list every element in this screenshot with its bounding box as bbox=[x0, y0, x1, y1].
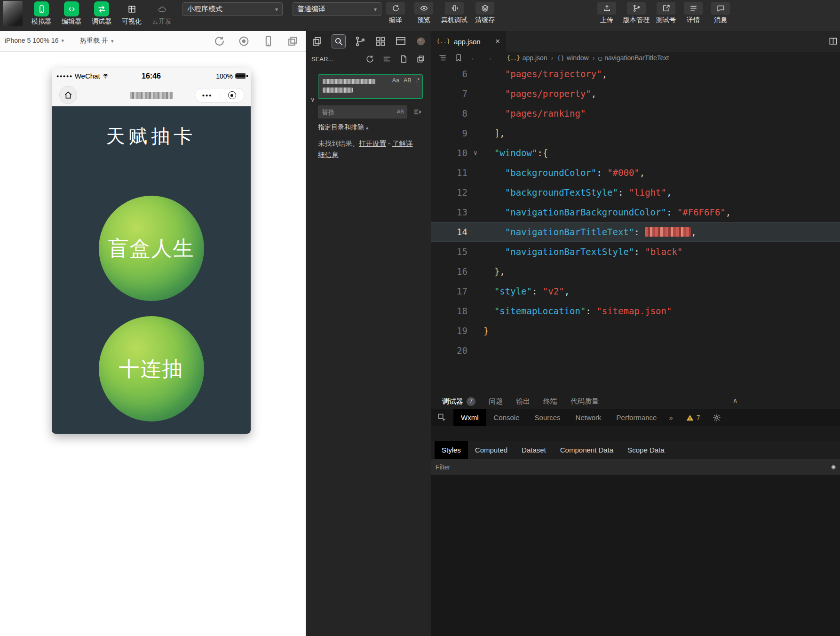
gacha-button-ten-pull[interactable]: 十连抽 bbox=[99, 316, 204, 421]
code-line[interactable]: 14 "navigationBarTitleText": , bbox=[431, 222, 840, 242]
close-icon[interactable]: × bbox=[495, 37, 500, 46]
fold-icon[interactable]: ∨ bbox=[468, 143, 483, 163]
files-icon[interactable] bbox=[311, 36, 323, 47]
gear-icon[interactable] bbox=[713, 413, 721, 422]
compile-mode-dropdown[interactable]: 普通编译 ▾ bbox=[293, 2, 381, 16]
tab-app-json[interactable]: {..} app.json × bbox=[431, 31, 506, 52]
search-input[interactable]: Aa AB .* bbox=[318, 74, 423, 99]
split-editor-icon[interactable] bbox=[829, 37, 838, 46]
device-selector[interactable]: iPhone 5 100% 16 ▾ bbox=[5, 37, 64, 44]
more-tabs-icon[interactable]: » bbox=[669, 413, 673, 421]
simulator-toolbar: iPhone 5 100% 16 ▾ 热重载 开 ▾ bbox=[0, 31, 306, 52]
open-settings-link[interactable]: 打开设置 bbox=[359, 140, 386, 147]
replace-input[interactable]: 替换 AB bbox=[318, 105, 407, 119]
preserve-case-icon[interactable]: AB bbox=[397, 109, 404, 114]
toggle-replace-chevron[interactable]: ∨ bbox=[310, 96, 315, 103]
home-button[interactable] bbox=[59, 86, 77, 104]
phone-status-bar: ●●●●● WeChat 16:46 100% bbox=[52, 68, 251, 84]
styles-tab-component-data[interactable]: Component Data bbox=[553, 441, 620, 459]
hot-reload-toggle[interactable]: 热重载 开 ▾ bbox=[80, 37, 113, 45]
code-line[interactable]: 19} bbox=[431, 321, 840, 341]
gacha-button-blind-box[interactable]: 盲盒人生 bbox=[99, 196, 204, 301]
toolbar-button-compile[interactable]: 编译 bbox=[385, 2, 406, 24]
breadcrumb-item[interactable]: ▢navigationBarTitleText bbox=[598, 54, 669, 62]
more-menu-button[interactable]: ••• bbox=[195, 88, 220, 103]
sphere-icon[interactable] bbox=[415, 36, 427, 47]
debugger-tab-代码质量[interactable]: 代码质量 bbox=[571, 397, 599, 406]
styles-tab-dataset[interactable]: Dataset bbox=[515, 441, 553, 459]
toolbar-button-upload[interactable]: 上传 bbox=[596, 2, 618, 24]
refresh-icon[interactable] bbox=[365, 55, 374, 64]
toolbar-button-simulator[interactable]: 模拟器 bbox=[26, 1, 56, 26]
code-line[interactable]: 13 "navigationBarBackgroundColor": "#F6F… bbox=[431, 202, 840, 222]
code-line[interactable]: 11 "backgroundColor": "#000", bbox=[431, 163, 840, 183]
toolbar-button-details[interactable]: 详情 bbox=[682, 2, 704, 24]
code-line[interactable]: 16 }, bbox=[431, 262, 840, 281]
rotate-icon[interactable] bbox=[214, 35, 225, 47]
debugger-tab-问题[interactable]: 问题 bbox=[489, 397, 503, 406]
styles-tab-scope-data[interactable]: Scope Data bbox=[620, 441, 671, 459]
code-line[interactable]: 10∨ "window":{ bbox=[431, 143, 840, 163]
collapse-panel-icon[interactable]: ∧ bbox=[733, 397, 737, 404]
mode-dropdown[interactable]: 小程序模式 ▾ bbox=[182, 2, 283, 16]
outline-icon[interactable] bbox=[438, 54, 447, 62]
toolbar-button-visualization[interactable]: 可视化 bbox=[117, 1, 147, 26]
multi-window-icon[interactable] bbox=[287, 35, 299, 47]
toolbar-button-clear-cache[interactable]: 清缓存 bbox=[474, 2, 496, 24]
devtools-tab-console[interactable]: Console bbox=[486, 409, 527, 426]
styles-tab-computed[interactable]: Computed bbox=[468, 441, 515, 459]
toolbar-button-editor[interactable]: 编辑器 bbox=[56, 1, 87, 26]
search-icon[interactable] bbox=[332, 34, 346, 48]
code-line[interactable]: 15 "navigationBarTextStyle": "black" bbox=[431, 242, 840, 262]
files-include-exclude-toggle[interactable]: 指定目录和排除▴ bbox=[318, 123, 369, 132]
toolbar-button-version-control[interactable]: 版本管理 bbox=[623, 2, 650, 24]
code-editor[interactable]: 6 "pages/trajectory",7 "pages/property",… bbox=[431, 64, 840, 360]
forward-icon[interactable]: → bbox=[485, 54, 493, 62]
toolbar-button-debugger[interactable]: 调试器 bbox=[87, 1, 117, 26]
code-line[interactable]: 12 "backgroundTextStyle": "light", bbox=[431, 183, 840, 202]
devtools-tab-sources[interactable]: Sources bbox=[527, 409, 568, 426]
debugger-tab-调试器[interactable]: 调试器7 bbox=[442, 397, 475, 406]
breadcrumb-item[interactable]: {..}app.json bbox=[507, 54, 547, 62]
toolbar-button-messages[interactable]: 消息 bbox=[710, 2, 731, 24]
devtools-tab-network[interactable]: Network bbox=[568, 409, 609, 426]
devtools-tab-performance[interactable]: Performance bbox=[609, 409, 665, 426]
regex-icon[interactable]: .* bbox=[416, 77, 420, 84]
code-line[interactable]: 9 ], bbox=[431, 123, 840, 143]
record-icon[interactable] bbox=[238, 35, 250, 47]
toolbar-button-preview[interactable]: 预览 bbox=[413, 2, 435, 24]
code-line[interactable]: 8 "pages/ranking" bbox=[431, 103, 840, 123]
breadcrumb-item[interactable]: {}window bbox=[557, 54, 588, 62]
replace-all-icon[interactable] bbox=[413, 107, 422, 117]
clear-results-icon[interactable] bbox=[382, 55, 391, 64]
code-line[interactable]: 7 "pages/property", bbox=[431, 84, 840, 103]
toolbar-button-real-device-debug[interactable]: 真机调试 bbox=[441, 2, 468, 24]
preview-window-icon[interactable] bbox=[395, 36, 406, 47]
close-app-button[interactable] bbox=[220, 91, 245, 99]
debugger-tab-终端[interactable]: 终端 bbox=[543, 397, 557, 406]
match-case-icon[interactable]: Aa bbox=[392, 77, 399, 84]
source-control-icon[interactable] bbox=[355, 36, 366, 47]
toolbar-button-cloud-dev[interactable]: 云开发 bbox=[147, 1, 177, 26]
filter-bar[interactable]: Filter ◉ bbox=[431, 459, 840, 475]
line-number: 12 bbox=[431, 183, 468, 202]
user-avatar[interactable] bbox=[3, 1, 23, 26]
extensions-icon[interactable] bbox=[375, 36, 386, 47]
devtools-tab-wxml[interactable]: Wxml bbox=[453, 409, 486, 426]
whole-word-icon[interactable]: AB bbox=[404, 77, 412, 84]
filter-options-icon[interactable]: ◉ bbox=[831, 464, 836, 470]
toolbar-button-test-account[interactable]: 测试号 bbox=[655, 2, 677, 24]
code-line[interactable]: 18 "sitemapLocation": "sitemap.json" bbox=[431, 301, 840, 321]
collapse-icon[interactable] bbox=[416, 55, 425, 64]
code-line[interactable]: 6 "pages/trajectory", bbox=[431, 64, 840, 84]
code-line[interactable]: 17 "style": "v2", bbox=[431, 281, 840, 301]
warnings-indicator[interactable]: 7 bbox=[686, 414, 700, 421]
code-line[interactable]: 20 bbox=[431, 341, 840, 360]
bookmark-icon[interactable] bbox=[454, 54, 463, 62]
inspect-element-icon[interactable] bbox=[437, 413, 447, 422]
new-search-editor-icon[interactable] bbox=[399, 55, 408, 64]
debugger-tab-输出[interactable]: 输出 bbox=[516, 397, 530, 406]
styles-tab-styles[interactable]: Styles bbox=[435, 441, 468, 459]
back-icon[interactable]: ← bbox=[470, 54, 478, 62]
device-icon[interactable] bbox=[262, 35, 274, 47]
